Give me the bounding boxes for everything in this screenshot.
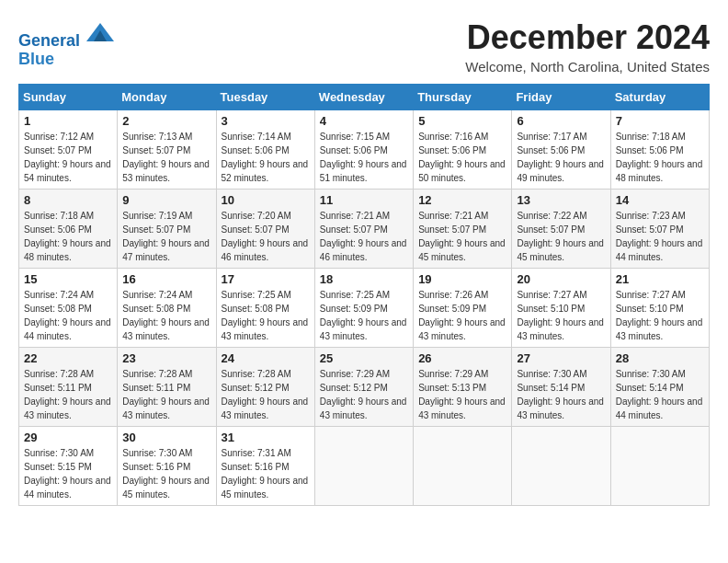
day-number: 29: [24, 431, 112, 444]
day-info: Sunrise: 7:21 AMSunset: 5:07 PMDaylight:…: [320, 209, 408, 264]
month-title: December 2024: [465, 18, 710, 57]
day-info: Sunrise: 7:24 AMSunset: 5:08 PMDaylight:…: [24, 288, 112, 343]
day-number: 24: [222, 351, 310, 365]
day-info: Sunrise: 7:25 AMSunset: 5:08 PMDaylight:…: [222, 288, 310, 343]
day-info: Sunrise: 7:30 AMSunset: 5:16 PMDaylight:…: [122, 446, 210, 501]
day-number: 11: [320, 193, 408, 207]
calendar-week-5: 29Sunrise: 7:30 AMSunset: 5:15 PMDayligh…: [19, 427, 710, 506]
calendar-day: 6Sunrise: 7:17 AMSunset: 5:06 PMDaylight…: [512, 110, 610, 190]
day-number: 3: [222, 114, 310, 128]
day-number: 31: [222, 431, 310, 444]
day-info: Sunrise: 7:27 AMSunset: 5:10 PMDaylight:…: [616, 288, 704, 343]
calendar-day: 25Sunrise: 7:29 AMSunset: 5:12 PMDayligh…: [314, 348, 413, 427]
calendar-day: 16Sunrise: 7:24 AMSunset: 5:08 PMDayligh…: [118, 269, 216, 348]
day-info: Sunrise: 7:30 AMSunset: 5:14 PMDaylight:…: [616, 367, 704, 422]
col-header-thursday: Thursday: [414, 85, 512, 110]
calendar-day: 17Sunrise: 7:25 AMSunset: 5:08 PMDayligh…: [216, 269, 314, 348]
day-number: 27: [517, 351, 605, 365]
day-info: Sunrise: 7:28 AMSunset: 5:12 PMDaylight:…: [222, 367, 310, 422]
calendar-week-1: 1Sunrise: 7:12 AMSunset: 5:07 PMDaylight…: [19, 110, 710, 190]
day-number: 9: [122, 193, 210, 207]
day-info: Sunrise: 7:15 AMSunset: 5:06 PMDaylight:…: [320, 130, 408, 185]
page-header: General Blue December 2024 Welcome, Nort…: [18, 18, 710, 75]
calendar-day: 4Sunrise: 7:15 AMSunset: 5:06 PMDaylight…: [314, 110, 413, 190]
day-info: Sunrise: 7:13 AMSunset: 5:07 PMDaylight:…: [122, 130, 210, 185]
day-info: Sunrise: 7:24 AMSunset: 5:08 PMDaylight:…: [122, 288, 210, 343]
calendar-day: 10Sunrise: 7:20 AMSunset: 5:07 PMDayligh…: [216, 190, 314, 269]
day-number: 6: [517, 114, 605, 128]
calendar-day: 3Sunrise: 7:14 AMSunset: 5:06 PMDaylight…: [216, 110, 314, 190]
calendar-day: 21Sunrise: 7:27 AMSunset: 5:10 PMDayligh…: [610, 269, 709, 348]
day-number: 1: [24, 114, 112, 128]
day-info: Sunrise: 7:30 AMSunset: 5:15 PMDaylight:…: [24, 446, 112, 501]
day-info: Sunrise: 7:17 AMSunset: 5:06 PMDaylight:…: [517, 130, 605, 185]
day-info: Sunrise: 7:16 AMSunset: 5:06 PMDaylight:…: [418, 130, 506, 185]
calendar-day: 7Sunrise: 7:18 AMSunset: 5:06 PMDaylight…: [610, 110, 709, 190]
day-number: 19: [418, 272, 506, 286]
calendar-day: 8Sunrise: 7:18 AMSunset: 5:06 PMDaylight…: [19, 190, 118, 269]
calendar-day: 23Sunrise: 7:28 AMSunset: 5:11 PMDayligh…: [118, 348, 216, 427]
col-header-wednesday: Wednesday: [314, 85, 413, 110]
calendar-day: [314, 427, 413, 506]
calendar-day: 12Sunrise: 7:21 AMSunset: 5:07 PMDayligh…: [414, 190, 512, 269]
calendar-day: 15Sunrise: 7:24 AMSunset: 5:08 PMDayligh…: [19, 269, 118, 348]
day-number: 4: [320, 114, 408, 128]
day-number: 5: [418, 114, 506, 128]
day-number: 23: [122, 351, 210, 365]
day-info: Sunrise: 7:28 AMSunset: 5:11 PMDaylight:…: [122, 367, 210, 422]
calendar-day: 24Sunrise: 7:28 AMSunset: 5:12 PMDayligh…: [216, 348, 314, 427]
calendar-day: 27Sunrise: 7:30 AMSunset: 5:14 PMDayligh…: [512, 348, 610, 427]
col-header-sunday: Sunday: [19, 85, 118, 110]
day-number: 12: [418, 193, 506, 207]
day-info: Sunrise: 7:25 AMSunset: 5:09 PMDaylight:…: [320, 288, 408, 343]
calendar-day: 22Sunrise: 7:28 AMSunset: 5:11 PMDayligh…: [19, 348, 118, 427]
calendar-day: 26Sunrise: 7:29 AMSunset: 5:13 PMDayligh…: [414, 348, 512, 427]
calendar-day: 20Sunrise: 7:27 AMSunset: 5:10 PMDayligh…: [512, 269, 610, 348]
logo-general: General: [18, 31, 80, 50]
day-number: 30: [122, 431, 210, 444]
day-info: Sunrise: 7:30 AMSunset: 5:14 PMDaylight:…: [517, 367, 605, 422]
day-number: 13: [517, 193, 605, 207]
day-number: 8: [24, 193, 112, 207]
calendar-day: [610, 427, 709, 506]
day-number: 26: [418, 351, 506, 365]
calendar-day: 9Sunrise: 7:19 AMSunset: 5:07 PMDaylight…: [118, 190, 216, 269]
calendar-week-4: 22Sunrise: 7:28 AMSunset: 5:11 PMDayligh…: [19, 348, 710, 427]
day-info: Sunrise: 7:26 AMSunset: 5:09 PMDaylight:…: [418, 288, 506, 343]
calendar-day: 14Sunrise: 7:23 AMSunset: 5:07 PMDayligh…: [610, 190, 709, 269]
day-number: 15: [24, 272, 112, 286]
day-number: 7: [616, 114, 704, 128]
calendar-day: 19Sunrise: 7:26 AMSunset: 5:09 PMDayligh…: [414, 269, 512, 348]
day-number: 10: [222, 193, 310, 207]
day-number: 18: [320, 272, 408, 286]
calendar-day: 5Sunrise: 7:16 AMSunset: 5:06 PMDaylight…: [414, 110, 512, 190]
calendar-day: 30Sunrise: 7:30 AMSunset: 5:16 PMDayligh…: [118, 427, 216, 506]
day-info: Sunrise: 7:14 AMSunset: 5:06 PMDaylight:…: [222, 130, 310, 185]
day-number: 25: [320, 351, 408, 365]
day-info: Sunrise: 7:27 AMSunset: 5:10 PMDaylight:…: [517, 288, 605, 343]
logo: General Blue: [18, 18, 114, 69]
calendar-day: 18Sunrise: 7:25 AMSunset: 5:09 PMDayligh…: [314, 269, 413, 348]
day-number: 21: [616, 272, 704, 286]
day-info: Sunrise: 7:21 AMSunset: 5:07 PMDaylight:…: [418, 209, 506, 264]
day-info: Sunrise: 7:20 AMSunset: 5:07 PMDaylight:…: [222, 209, 310, 264]
calendar-day: 2Sunrise: 7:13 AMSunset: 5:07 PMDaylight…: [118, 110, 216, 190]
col-header-saturday: Saturday: [610, 85, 709, 110]
title-block: December 2024 Welcome, North Carolina, U…: [465, 18, 710, 75]
calendar-week-3: 15Sunrise: 7:24 AMSunset: 5:08 PMDayligh…: [19, 269, 710, 348]
day-info: Sunrise: 7:28 AMSunset: 5:11 PMDaylight:…: [24, 367, 112, 422]
col-header-tuesday: Tuesday: [216, 85, 314, 110]
calendar-day: 31Sunrise: 7:31 AMSunset: 5:16 PMDayligh…: [216, 427, 314, 506]
day-info: Sunrise: 7:18 AMSunset: 5:06 PMDaylight:…: [24, 209, 112, 264]
day-info: Sunrise: 7:18 AMSunset: 5:06 PMDaylight:…: [616, 130, 704, 185]
calendar-header-row: SundayMondayTuesdayWednesdayThursdayFrid…: [19, 85, 710, 110]
calendar-day: 13Sunrise: 7:22 AMSunset: 5:07 PMDayligh…: [512, 190, 610, 269]
day-info: Sunrise: 7:12 AMSunset: 5:07 PMDaylight:…: [24, 130, 112, 185]
calendar-day: 11Sunrise: 7:21 AMSunset: 5:07 PMDayligh…: [314, 190, 413, 269]
day-number: 28: [616, 351, 704, 365]
calendar-day: 1Sunrise: 7:12 AMSunset: 5:07 PMDaylight…: [19, 110, 118, 190]
calendar-week-2: 8Sunrise: 7:18 AMSunset: 5:06 PMDaylight…: [19, 190, 710, 269]
calendar-day: [512, 427, 610, 506]
day-number: 14: [616, 193, 704, 207]
calendar-day: 29Sunrise: 7:30 AMSunset: 5:15 PMDayligh…: [19, 427, 118, 506]
